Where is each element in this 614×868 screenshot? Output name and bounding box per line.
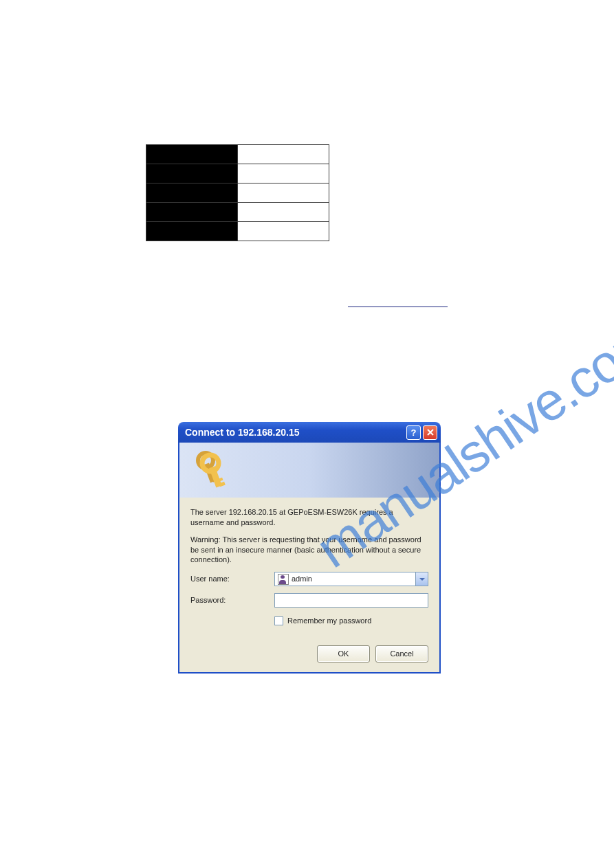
table-cell-left <box>146 183 238 203</box>
table-cell-right <box>238 164 329 183</box>
table-cell-left <box>146 222 238 241</box>
table-row <box>146 203 329 222</box>
page: manualshive.com Connect to 192.168.20.15… <box>0 0 614 868</box>
table-cell-left <box>146 203 238 222</box>
username-combobox[interactable]: admin <box>274 572 428 586</box>
dialog-titlebar[interactable]: Connect to 192.168.20.15 ? <box>178 422 441 443</box>
dialog-banner <box>178 443 441 498</box>
password-input[interactable] <box>274 593 428 608</box>
table-cell-right <box>238 145 329 164</box>
dialog-title: Connect to 192.168.20.15 <box>185 427 404 438</box>
close-button[interactable] <box>423 425 437 440</box>
table-row <box>146 145 329 164</box>
cancel-button[interactable]: Cancel <box>375 645 428 663</box>
remember-checkbox[interactable] <box>274 616 283 625</box>
username-value: admin <box>292 574 312 584</box>
server-text: The server 192.168.20.15 at GEPoESM-ESW2… <box>190 507 428 528</box>
username-label: User name: <box>190 574 274 584</box>
ok-button[interactable]: OK <box>317 645 370 663</box>
keys-icon <box>192 448 233 492</box>
close-icon <box>427 429 434 436</box>
remember-label: Remember my password <box>287 616 371 626</box>
table-cell-right <box>238 203 329 222</box>
username-row: User name: admin <box>190 572 428 586</box>
password-label: Password: <box>190 595 274 605</box>
table-cell-left <box>146 145 238 164</box>
table-cell-left <box>146 164 238 183</box>
config-table <box>146 144 329 241</box>
auth-dialog: Connect to 192.168.20.15 ? The <box>178 422 441 674</box>
table-row <box>146 222 329 241</box>
password-row: Password: <box>190 593 428 608</box>
dialog-buttons: OK Cancel <box>190 645 428 663</box>
help-button[interactable]: ? <box>406 425 421 440</box>
table-row <box>146 183 329 203</box>
table-cell-right <box>238 222 329 241</box>
table-row <box>146 164 329 183</box>
hyperlink-underline <box>348 307 448 307</box>
chevron-down-icon[interactable] <box>415 572 428 586</box>
user-icon <box>278 574 289 585</box>
table-cell-right <box>238 183 329 203</box>
dialog-body: The server 192.168.20.15 at GEPoESM-ESW2… <box>178 498 441 674</box>
remember-row: Remember my password <box>274 616 428 626</box>
warning-text: Warning: This server is requesting that … <box>190 535 428 566</box>
